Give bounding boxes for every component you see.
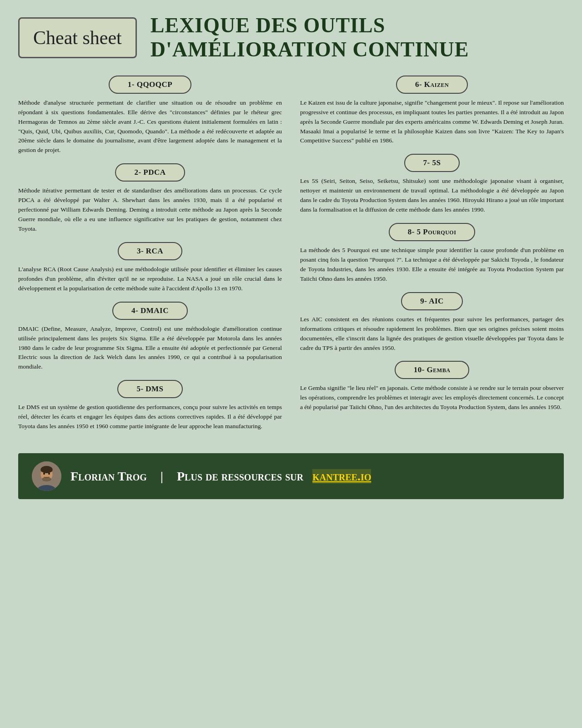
entry-label: 5- DMS <box>117 380 182 398</box>
entry-label: 8- 5 Pourquoi <box>389 223 476 241</box>
entry-text: Les AIC consistent en des réunions court… <box>300 315 564 353</box>
entry-header: 8- 5 Pourquoi <box>300 223 564 241</box>
content-columns: 1- QQOQCP Méthode d'analyse structurée p… <box>18 76 564 440</box>
entry-header: 10- Gemba <box>300 361 564 379</box>
entry-label: 3- RCA <box>118 242 182 260</box>
footer: Florian Trog | Plus de ressources sur ka… <box>18 453 564 499</box>
main-title-line2: d'amélioration continue <box>151 38 469 62</box>
entry-text: Le Kaizen est issu de la culture japonai… <box>300 98 564 146</box>
page: Cheat sheet Lexique des outils d'amélior… <box>0 0 582 728</box>
right-entry-3: 8- 5 Pourquoi La méthode des 5 Pourquoi … <box>300 223 564 284</box>
entry-text: Le Gemba signifie "le lieu réel" en japo… <box>300 384 564 412</box>
footer-link[interactable]: kantree.io <box>312 469 371 484</box>
entry-label: 10- Gemba <box>395 361 470 379</box>
svg-point-6 <box>42 477 51 481</box>
entry-header: 7- 5S <box>300 154 564 172</box>
entry-header: 1- QQOQCP <box>18 76 282 94</box>
svg-rect-3 <box>41 468 53 472</box>
footer-resources-text: Plus de ressources sur <box>177 469 303 484</box>
right-entry-4: 9- AIC Les AIC consistent en des réunion… <box>300 292 564 353</box>
entry-label: 6- Kaizen <box>396 76 468 94</box>
header: Cheat sheet Lexique des outils d'amélior… <box>18 14 564 62</box>
entry-text: La méthode des 5 Pourquoi est une techni… <box>300 246 564 284</box>
entry-label: 9- AIC <box>401 292 463 310</box>
entry-label: 2- PDCA <box>115 163 185 182</box>
entry-header: 9- AIC <box>300 292 564 310</box>
left-entry-4: 4- DMAIC DMAIC (Define, Measure, Analyze… <box>18 302 282 372</box>
entry-header: 2- PDCA <box>18 163 282 182</box>
left-entry-2: 2- PDCA Méthode itérative permettant de … <box>18 163 282 234</box>
entry-text: Le DMS est un système de gestion quotidi… <box>18 403 282 431</box>
cheat-sheet-box: Cheat sheet <box>18 17 137 58</box>
entry-text: Méthode d'analyse structurée permettant … <box>18 98 282 156</box>
entry-text: Les 5S (Seiri, Seiton, Seiso, Seiketsu, … <box>300 177 564 215</box>
footer-divider: | <box>161 469 163 484</box>
entry-header: 5- DMS <box>18 380 282 398</box>
entry-header: 6- Kaizen <box>300 76 564 94</box>
avatar-image <box>32 461 61 491</box>
left-column: 1- QQOQCP Méthode d'analyse structurée p… <box>18 76 282 440</box>
svg-point-4 <box>43 473 45 475</box>
avatar <box>32 461 61 491</box>
entry-label: 7- 5S <box>404 154 460 172</box>
left-entry-3: 3- RCA L'analyse RCA (Root Cause Analysi… <box>18 242 282 293</box>
right-column: 6- Kaizen Le Kaizen est issu de la cultu… <box>300 76 564 440</box>
left-entry-5: 5- DMS Le DMS est un système de gestion … <box>18 380 282 431</box>
main-title-line1: Lexique des outils <box>151 14 469 38</box>
entry-label: 1- QQOQCP <box>109 76 191 94</box>
entry-text: Méthode itérative permettant de tester e… <box>18 186 282 234</box>
svg-point-5 <box>48 473 50 475</box>
right-entry-2: 7- 5S Les 5S (Seiri, Seiton, Seiso, Seik… <box>300 154 564 215</box>
left-entry-1: 1- QQOQCP Méthode d'analyse structurée p… <box>18 76 282 156</box>
entry-text: L'analyse RCA (Root Cause Analysis) est … <box>18 265 282 293</box>
entry-text: DMAIC (Define, Measure, Analyze, Improve… <box>18 324 282 372</box>
entry-header: 4- DMAIC <box>18 302 282 320</box>
cheat-sheet-title: Cheat sheet <box>33 27 122 49</box>
main-title: Lexique des outils d'amélioration contin… <box>151 14 469 62</box>
footer-author-name: Florian Trog <box>70 469 147 484</box>
entry-header: 3- RCA <box>18 242 282 260</box>
right-entry-5: 10- Gemba Le Gemba signifie "le lieu rée… <box>300 361 564 412</box>
right-entry-1: 6- Kaizen Le Kaizen est issu de la cultu… <box>300 76 564 146</box>
entry-label: 4- DMAIC <box>112 302 188 320</box>
